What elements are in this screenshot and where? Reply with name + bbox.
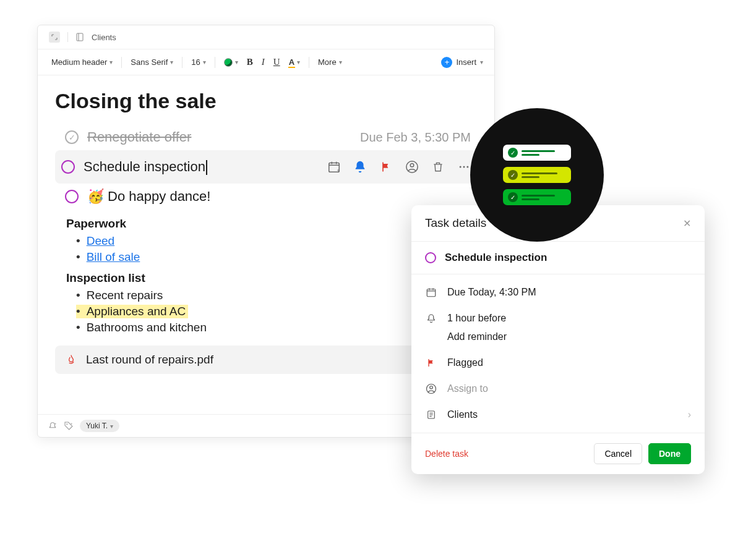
badge-card: ✓: [503, 167, 571, 183]
insert-button[interactable]: + Insert ▾: [441, 57, 483, 68]
plus-icon: +: [441, 57, 452, 68]
person-icon[interactable]: [405, 160, 419, 174]
chevron-right-icon: ›: [688, 409, 691, 420]
font-select[interactable]: Sans Serif ▾: [128, 55, 176, 69]
details-task-name: Schedule inspection: [445, 252, 547, 264]
svg-point-10: [463, 166, 465, 168]
link[interactable]: Bill of sale: [87, 250, 140, 264]
breadcrumb-notebook[interactable]: Clients: [92, 33, 116, 42]
task-details-panel: Task details ✕ Schedule inspection Due T…: [411, 205, 705, 474]
button-group: Cancel Done: [594, 443, 691, 464]
list-text: Appliances and AC: [87, 305, 186, 318]
chevron-down-icon: ▾: [110, 423, 113, 430]
highlight-a-icon: A: [289, 57, 294, 67]
underline-button[interactable]: U: [271, 54, 283, 70]
chevron-down-icon: ▾: [235, 59, 238, 66]
more-dots-icon[interactable]: [457, 160, 471, 174]
svg-text:+: +: [337, 168, 340, 174]
calendar-add-icon[interactable]: +: [327, 160, 341, 174]
size-select[interactable]: 16 ▾: [189, 55, 208, 69]
bell-add-icon[interactable]: +: [48, 421, 58, 431]
badge-lines: [522, 172, 566, 178]
more-label: More: [318, 57, 337, 67]
details-title: Task details: [425, 216, 486, 230]
checkbox-icon[interactable]: [61, 160, 75, 174]
notebook-row[interactable]: Clients ›: [411, 402, 705, 428]
attachment-name: Last round of repairs.pdf: [86, 353, 213, 367]
notebook-icon: [75, 33, 84, 41]
link[interactable]: Deed: [87, 234, 114, 248]
checkbox-checked-icon[interactable]: [65, 130, 79, 144]
highlight-button[interactable]: A ▾: [286, 55, 303, 69]
cancel-button[interactable]: Cancel: [594, 443, 642, 464]
heading-label: Medium header: [51, 57, 107, 67]
heading-select[interactable]: Medium header ▾: [49, 55, 115, 69]
chevron-down-icon: ▾: [110, 59, 113, 66]
expand-icon[interactable]: [49, 32, 60, 43]
add-reminder-label: Add reminder: [447, 331, 507, 342]
done-button[interactable]: Done: [648, 443, 691, 464]
separator: [182, 57, 183, 68]
separator: [121, 57, 122, 68]
flag-icon[interactable]: [379, 160, 393, 174]
task-text-value: Schedule inspection: [84, 159, 205, 174]
tag-add-icon[interactable]: +: [64, 421, 74, 431]
user-chip[interactable]: Yuki T. ▾: [80, 420, 119, 432]
svg-point-8: [410, 164, 414, 168]
task-quick-actions: +: [327, 160, 471, 174]
add-reminder-link[interactable]: Add reminder: [411, 331, 705, 350]
due-value: Due Today, 4:30 PM: [447, 287, 536, 298]
trash-icon[interactable]: [431, 160, 445, 174]
chevron-down-icon: ▾: [339, 59, 342, 66]
assign-row[interactable]: Assign to: [411, 376, 705, 402]
details-properties: Due Today, 4:30 PM 1 hour before Add rem…: [411, 274, 705, 433]
svg-point-11: [466, 166, 468, 168]
text-cursor: [206, 160, 207, 175]
text-color-button[interactable]: ▾: [221, 56, 241, 69]
assign-placeholder: Assign to: [447, 383, 488, 394]
details-task-row[interactable]: Schedule inspection: [411, 242, 705, 274]
italic-button[interactable]: I: [259, 54, 267, 70]
font-label: Sans Serif: [131, 57, 168, 67]
task-text: Renegotiate offer: [87, 129, 191, 145]
more-button[interactable]: More ▾: [316, 55, 345, 69]
chevron-down-icon: ▾: [480, 59, 483, 66]
task-text: 🥳 Do happy dance!: [87, 189, 210, 205]
badge-lines: [522, 150, 566, 156]
chevron-down-icon: ▾: [170, 59, 173, 66]
bell-outline-icon: [425, 313, 437, 324]
svg-text:+: +: [71, 422, 73, 425]
reminder-row[interactable]: 1 hour before: [411, 305, 705, 331]
insert-label: Insert: [456, 57, 476, 67]
chevron-down-icon: ▾: [203, 59, 206, 66]
checkbox-icon[interactable]: [425, 252, 436, 263]
bold-button[interactable]: B: [244, 54, 256, 70]
page-title[interactable]: Closing the sale: [55, 89, 477, 113]
flag-row[interactable]: Flagged: [411, 350, 705, 376]
badge-card: ✓: [503, 145, 571, 161]
checkbox-icon[interactable]: [65, 190, 79, 203]
size-label: 16: [191, 57, 200, 67]
svg-rect-15: [427, 289, 436, 297]
svg-rect-0: [77, 33, 83, 41]
svg-text:+: +: [54, 422, 57, 425]
close-icon[interactable]: ✕: [683, 218, 691, 229]
svg-point-20: [430, 386, 433, 389]
task-row[interactable]: Renegotiate offer Due Feb 3, 5:30 PM: [55, 124, 477, 150]
separator: [309, 57, 309, 68]
due-date-row[interactable]: Due Today, 4:30 PM: [411, 279, 705, 305]
check-circle-icon: ✓: [508, 192, 518, 202]
task-text: Schedule inspection: [84, 159, 207, 175]
list-text: Bathrooms and kitchen: [87, 321, 207, 334]
color-swatch-icon: [224, 58, 233, 67]
top-bar: Clients: [38, 25, 494, 49]
pdf-icon: [65, 353, 77, 367]
bell-icon[interactable]: [353, 160, 367, 174]
user-chip-label: Yuki T.: [86, 422, 108, 430]
badge-card: ✓: [503, 189, 571, 205]
delete-task-link[interactable]: Delete task: [425, 449, 468, 459]
task-row-active[interactable]: Schedule inspection +: [55, 150, 477, 184]
task-due: Due Feb 3, 5:30 PM: [360, 130, 471, 145]
svg-point-13: [66, 423, 67, 425]
list-item[interactable]: Appliances and AC: [76, 305, 188, 318]
